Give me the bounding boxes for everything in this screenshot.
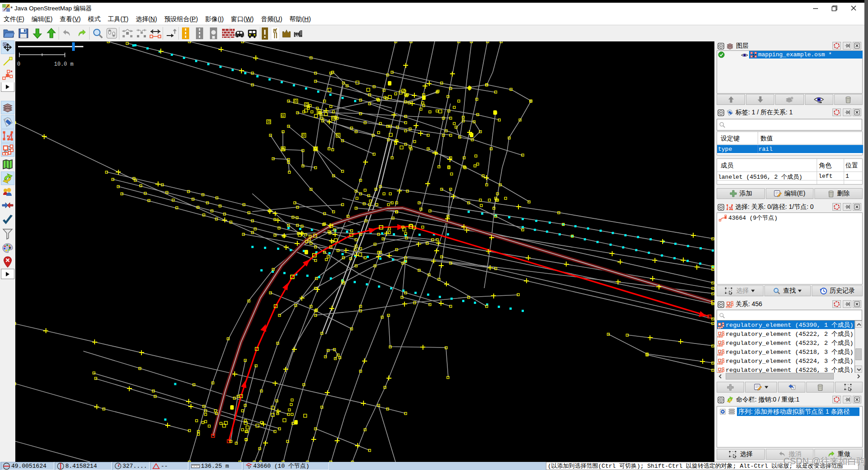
svg-text:0: 0 <box>17 61 20 68</box>
svg-text:10.0 m: 10.0 m <box>54 61 73 68</box>
